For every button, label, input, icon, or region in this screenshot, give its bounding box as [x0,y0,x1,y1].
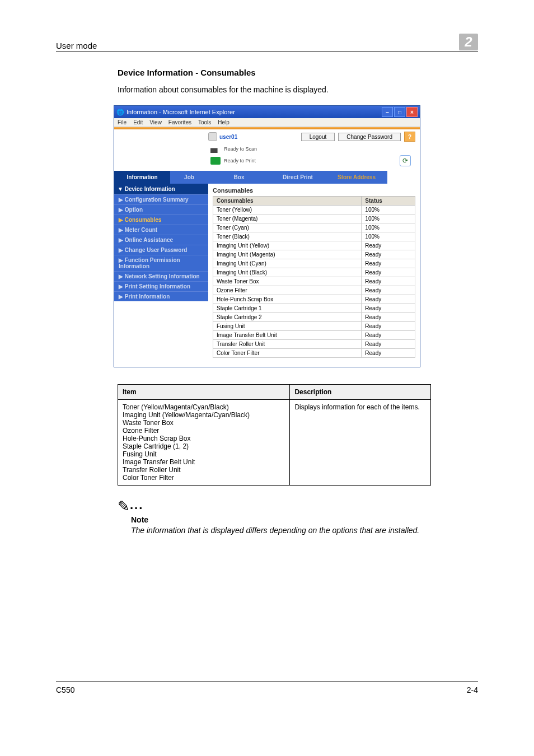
col-status: Status [362,197,415,206]
cell-consumable: Staple Cartridge 2 [213,313,362,322]
tab-job[interactable]: Job [170,171,208,184]
table-row: Toner (Cyan)100% [213,223,415,232]
sidebar-item-config-summary[interactable]: ▶ Configuration Summary [114,194,208,204]
scanner-icon [210,145,221,153]
cell-consumable: Waste Toner Box [213,277,362,286]
col-consumables: Consumables [213,197,362,206]
cell-status: Ready [362,241,415,250]
screenshot-window: 🌐 Information - Microsoft Internet Explo… [114,105,420,367]
note-label: Note [131,515,478,524]
help-button[interactable]: ? [404,132,415,142]
cell-status: Ready [362,313,415,322]
minimize-button[interactable]: – [382,107,393,117]
header-description: Description [290,385,431,400]
footer-model: C550 [56,685,467,694]
cell-status: Ready [362,250,415,259]
note-icon: ✎ [118,498,130,515]
cell-consumable: Ozone Filter [213,286,362,295]
tab-box[interactable]: Box [208,171,270,184]
cell-consumable: Image Transfer Belt Unit [213,331,362,340]
cell-status: Ready [362,340,415,349]
table-row: Toner (Magenta)100% [213,214,415,223]
sidebar-item-print-setting[interactable]: ▶ Print Setting Information [114,281,208,291]
table-row: Toner (Yellow)100% [213,206,415,214]
cell-status: Ready [362,322,415,331]
status-scan: Ready to Scan [224,146,257,152]
menu-tools[interactable]: Tools [198,119,211,125]
panel-title: Consumables [213,187,415,194]
maximize-button[interactable]: □ [394,107,405,117]
status-print: Ready to Print [224,158,256,164]
cell-consumable: Toner (Cyan) [213,223,362,232]
change-password-button[interactable]: Change Password [338,133,401,141]
window-title: Information - Microsoft Internet Explore… [127,109,235,115]
description-cell: Displays information for each of the ite… [290,400,431,486]
table-row: Imaging Unit (Yellow)Ready [213,241,415,250]
table-row: Ozone FilterReady [213,286,415,295]
cell-status: Ready [362,331,415,340]
consumables-table: Consumables Status Toner (Yellow)100%Ton… [213,196,415,358]
table-row: Fusing UnitReady [213,322,415,331]
sidebar-header[interactable]: ▼ Device Information [114,184,208,194]
cell-status: Ready [362,349,415,358]
menu-view[interactable]: View [149,119,162,125]
sidebar-item-print-information[interactable]: ▶ Print Information [114,291,208,301]
sidebar-item-network-setting[interactable]: ▶ Network Setting Information [114,271,208,281]
cell-status: Ready [362,259,415,268]
cell-status: Ready [362,286,415,295]
cell-consumable: Imaging Unit (Yellow) [213,241,362,250]
table-row: Toner (Black)100% [213,232,415,241]
section-title: Device Information - Consumables [118,68,478,77]
tab-store-address[interactable]: Store Address [326,171,387,184]
cell-consumable: Imaging Unit (Cyan) [213,259,362,268]
table-row: Staple Cartridge 2Ready [213,313,415,322]
menu-favorites[interactable]: Favorites [168,119,191,125]
cell-status: 100% [362,232,415,241]
chapter-number: 2 [459,34,478,50]
close-button[interactable]: × [406,107,418,117]
tab-direct-print[interactable]: Direct Print [270,171,326,184]
tab-information[interactable]: Information [114,171,170,184]
table-row: Image Transfer Belt UnitReady [213,331,415,340]
header-item: Item [118,385,290,400]
cell-consumable: Imaging Unit (Black) [213,268,362,277]
note-text: The information that is displayed differ… [131,525,478,536]
cell-status: 100% [362,223,415,232]
cell-status: Ready [362,277,415,286]
cell-consumable: Imaging Unit (Magenta) [213,250,362,259]
cell-status: Ready [362,304,415,313]
sidebar-item-meter-count[interactable]: ▶ Meter Count [114,225,208,235]
table-row: Staple Cartridge 1Ready [213,304,415,313]
table-row: Imaging Unit (Black)Ready [213,268,415,277]
menu-file[interactable]: File [118,119,127,125]
sidebar-item-online-assistance[interactable]: ▶ Online Assistance [114,235,208,245]
titlebar: 🌐 Information - Microsoft Internet Explo… [114,106,420,118]
menu-bar: File Edit View Favorites Tools Help [114,118,420,127]
sidebar: ▼ Device Information ▶ Configuration Sum… [114,184,208,367]
table-row: Transfer Roller UnitReady [213,340,415,349]
menu-help[interactable]: Help [218,119,229,125]
sidebar-item-option[interactable]: ▶ Option [114,204,208,214]
table-row: Imaging Unit (Cyan)Ready [213,259,415,268]
sidebar-item-change-user-password[interactable]: ▶ Change User Password [114,245,208,255]
cell-status: Ready [362,295,415,304]
cell-consumable: Toner (Black) [213,232,362,241]
sidebar-item-consumables[interactable]: ▶ Consumables [114,214,208,225]
cell-consumable: Hole-Punch Scrap Box [213,295,362,304]
sidebar-item-function-permission[interactable]: ▶ Function Permission Information [114,255,208,271]
refresh-button[interactable]: ⟳ [400,155,411,166]
menu-edit[interactable]: Edit [133,119,143,125]
cell-consumable: Toner (Magenta) [213,214,362,223]
table-row: Waste Toner BoxReady [213,277,415,286]
section-description: Information about consumables for the ma… [118,85,478,94]
cell-consumable: Toner (Yellow) [213,206,362,214]
running-header: User mode [56,41,459,50]
cell-consumable: Color Toner Filter [213,349,362,358]
table-row: Imaging Unit (Magenta)Ready [213,250,415,259]
ie-icon: 🌐 [116,108,124,116]
cell-status: 100% [362,214,415,223]
cell-consumable: Fusing Unit [213,322,362,331]
logout-button[interactable]: Logout [301,133,335,141]
cell-status: 100% [362,206,415,214]
table-row: Color Toner FilterReady [213,349,415,358]
